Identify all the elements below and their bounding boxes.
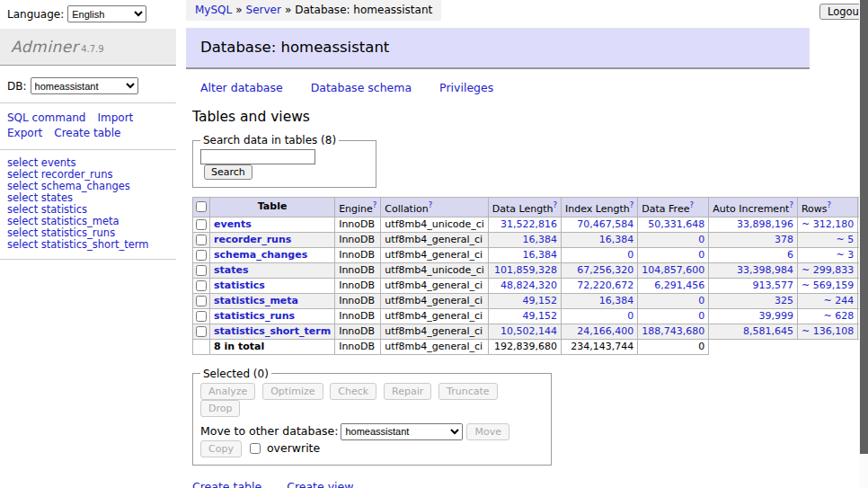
- rows-count-link[interactable]: ~ 628: [823, 310, 854, 322]
- db-select[interactable]: homeassistant: [31, 77, 138, 94]
- rows-count-link[interactable]: ~ 312,180: [802, 218, 854, 230]
- tables-and-views-heading: Tables and views: [192, 109, 810, 125]
- engine-cell: InnoDB: [335, 293, 381, 308]
- column-help-link[interactable]: ?: [429, 200, 433, 209]
- search-input[interactable]: [200, 149, 315, 164]
- table-link[interactable]: statistics_short_term: [214, 325, 331, 337]
- row-checkbox[interactable]: [196, 280, 207, 291]
- data-length-link[interactable]: 10,502,144: [500, 325, 557, 337]
- data-length-link[interactable]: 101,859,328: [494, 264, 557, 276]
- table-header-row: TableEngine?Collation?Data Length?Index …: [193, 198, 868, 217]
- index-length-link[interactable]: 72,220,672: [577, 279, 633, 291]
- main-content: MySQL»Server»Database: homeassistant Log…: [186, 0, 810, 488]
- collation-cell: utf8mb4_general_ci: [381, 232, 488, 247]
- index-length-link[interactable]: 24,166,400: [577, 325, 633, 337]
- column-help-link[interactable]: ?: [554, 200, 558, 209]
- data-length-link[interactable]: 48,824,320: [500, 279, 557, 291]
- language-label: Language:: [7, 8, 64, 21]
- table-link[interactable]: events: [214, 218, 252, 230]
- truncate-button[interactable]: Truncate: [438, 383, 497, 400]
- database-schema-link[interactable]: Database schema: [311, 81, 412, 94]
- row-checkbox[interactable]: [196, 326, 207, 337]
- index-length-link[interactable]: 67,256,320: [577, 264, 633, 276]
- auto-increment-link[interactable]: 33,398,984: [737, 264, 793, 276]
- table-link[interactable]: schema_changes: [214, 249, 307, 261]
- table-link[interactable]: statistics_runs: [214, 310, 295, 322]
- breadcrumb-mysql-link[interactable]: MySQL: [195, 4, 232, 16]
- data-free-link[interactable]: 50,331,648: [648, 218, 704, 230]
- column-help-link[interactable]: ?: [373, 200, 377, 209]
- column-help-link[interactable]: ?: [828, 200, 832, 209]
- repair-button[interactable]: Repair: [384, 383, 431, 400]
- data-free-link[interactable]: 0: [698, 249, 704, 261]
- data-free-link[interactable]: 6,291,456: [654, 279, 704, 291]
- create-view-link[interactable]: Create view: [287, 480, 353, 488]
- auto-increment-link[interactable]: 325: [775, 295, 793, 306]
- auto-increment-link[interactable]: 6: [787, 249, 793, 261]
- auto-increment-link[interactable]: 39,999: [758, 310, 793, 322]
- row-checkbox[interactable]: [196, 235, 207, 245]
- auto-increment-link[interactable]: 33,898,196: [737, 218, 793, 230]
- create-table-link[interactable]: Create table: [192, 480, 261, 488]
- rows-count-link[interactable]: ~ 5: [836, 234, 854, 245]
- column-header: Auto Increment?: [709, 198, 798, 217]
- optimize-button[interactable]: Optimize: [262, 383, 323, 400]
- breadcrumb-server-link[interactable]: Server: [246, 4, 281, 16]
- sidebar-item-select-statistics-short-term[interactable]: select statistics_short_term: [7, 239, 176, 251]
- data-free-link[interactable]: 0: [698, 310, 704, 322]
- rows-count-link[interactable]: ~ 244: [823, 295, 854, 306]
- overwrite-checkbox[interactable]: [250, 443, 261, 454]
- data-free-link[interactable]: 188,743,680: [642, 325, 704, 337]
- row-checkbox[interactable]: [196, 219, 207, 230]
- data-length-link[interactable]: 16,384: [523, 234, 558, 245]
- auto-increment-link[interactable]: 913,577: [752, 279, 793, 291]
- table-link[interactable]: statistics: [214, 279, 265, 291]
- index-length-link[interactable]: 0: [627, 249, 633, 261]
- rows-count-link[interactable]: ~ 299,833: [802, 264, 854, 276]
- copy-button[interactable]: Copy: [200, 440, 242, 457]
- column-help-link[interactable]: ?: [789, 200, 793, 209]
- data-length-link[interactable]: 16,384: [523, 249, 558, 261]
- auto-increment-link[interactable]: 378: [775, 234, 793, 245]
- data-length-link[interactable]: 49,152: [523, 295, 558, 306]
- table-total-row: 8 in totalInnoDButf8mb4_general_ci192,83…: [193, 339, 868, 354]
- scrollbar-thumb[interactable]: [860, 0, 868, 454]
- check-button[interactable]: Check: [330, 383, 376, 400]
- select-all-checkbox[interactable]: [196, 201, 207, 212]
- row-checkbox[interactable]: [196, 311, 207, 322]
- language-select[interactable]: English: [67, 5, 146, 22]
- move-database-select[interactable]: homeassistant: [341, 423, 463, 440]
- rows-count-link[interactable]: ~ 569,159: [802, 279, 854, 291]
- analyze-button[interactable]: Analyze: [200, 383, 255, 400]
- rows-count-link[interactable]: ~ 136,108: [802, 325, 854, 337]
- index-length-link[interactable]: 16,384: [599, 295, 634, 306]
- data-length-link[interactable]: 49,152: [523, 310, 558, 322]
- row-checkbox[interactable]: [196, 296, 207, 306]
- create-table-link-sidebar[interactable]: Create table: [54, 127, 120, 139]
- overwrite-label[interactable]: overwrite: [267, 441, 320, 455]
- sql-command-link[interactable]: SQL command: [7, 111, 85, 124]
- table-link[interactable]: states: [214, 264, 249, 276]
- drop-button[interactable]: Drop: [200, 400, 240, 417]
- index-length-link[interactable]: 70,467,584: [577, 218, 633, 230]
- index-length-link[interactable]: 0: [627, 310, 633, 322]
- privileges-link[interactable]: Privileges: [439, 81, 493, 94]
- rows-count-link[interactable]: ~ 3: [836, 249, 854, 261]
- data-length-link[interactable]: 31,522,816: [500, 218, 557, 230]
- import-link[interactable]: Import: [97, 111, 133, 124]
- search-button[interactable]: Search: [204, 164, 252, 180]
- row-checkbox[interactable]: [196, 265, 207, 276]
- data-free-link[interactable]: 104,857,600: [642, 264, 704, 276]
- column-help-link[interactable]: ?: [689, 200, 694, 209]
- move-button[interactable]: Move: [466, 423, 509, 440]
- auto-increment-link[interactable]: 8,581,645: [743, 325, 793, 337]
- table-link[interactable]: statistics_meta: [214, 295, 298, 306]
- table-link[interactable]: recorder_runs: [214, 234, 291, 245]
- column-help-link[interactable]: ?: [630, 200, 634, 209]
- row-checkbox[interactable]: [196, 250, 207, 261]
- data-free-link[interactable]: 0: [698, 295, 704, 306]
- index-length-link[interactable]: 16,384: [599, 234, 634, 245]
- data-free-link[interactable]: 0: [698, 234, 704, 245]
- export-link[interactable]: Export: [7, 127, 42, 139]
- alter-database-link[interactable]: Alter database: [200, 81, 283, 94]
